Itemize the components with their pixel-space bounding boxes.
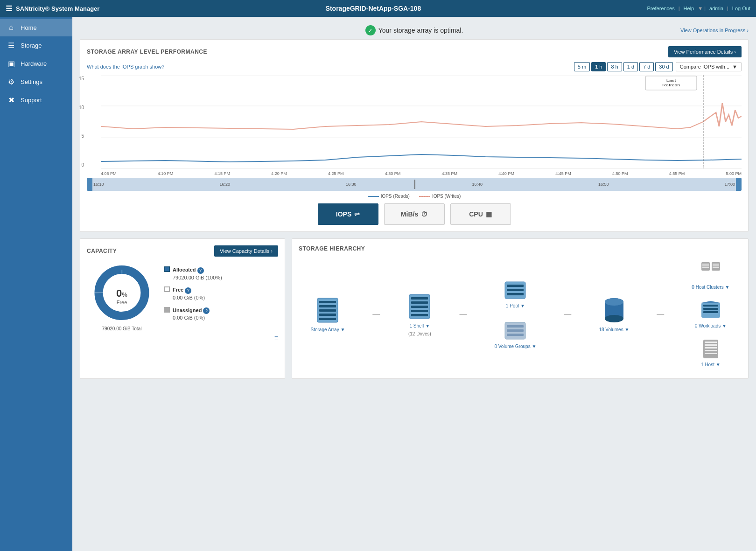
- sidebar-item-hardware[interactable]: ▣ Hardware: [0, 55, 72, 73]
- hierarchy-title: STORAGE HIERARCHY: [299, 245, 365, 252]
- svg-rect-52: [705, 347, 717, 349]
- capacity-unassigned: Unassigned ? 0.00 GiB (0%): [164, 307, 278, 322]
- time-1h-button[interactable]: 1 h: [591, 62, 606, 71]
- timeline-needle: [414, 180, 415, 189]
- time-7d-button[interactable]: 7 d: [639, 62, 654, 71]
- settings-icon: ⚙: [7, 77, 16, 86]
- sidebar-label-hardware: Hardware: [21, 60, 47, 67]
- svg-marker-48: [701, 301, 720, 303]
- compare-iops-select[interactable]: Compare IOPS with... ▼: [676, 62, 742, 71]
- bottom-section: CAPACITY View Capacity Details ›: [80, 238, 749, 385]
- view-capacity-details-button[interactable]: View Capacity Details ›: [214, 245, 278, 257]
- sidebar-item-settings[interactable]: ⚙ Settings: [0, 73, 72, 91]
- iops-label: IOPS: [336, 210, 351, 218]
- mibs-label: MiB/s: [401, 210, 418, 218]
- host-label[interactable]: 1 Host ▼: [701, 362, 721, 367]
- performance-header: STORAGE ARRAY LEVEL PERFORMANCE View Per…: [87, 46, 742, 57]
- brand-area: ☰ SANtricity® System Manager: [6, 4, 99, 13]
- time-1d-button[interactable]: 1 d: [623, 62, 638, 71]
- view-performance-details-button[interactable]: View Performance Details ›: [668, 46, 742, 57]
- svg-rect-43: [713, 267, 719, 268]
- iops-icon: ⇌: [354, 210, 360, 218]
- storage-array-node: Storage Array ▼: [311, 296, 345, 332]
- volume-groups-node: 0 Volume Groups ▼: [494, 321, 536, 349]
- storage-array-label[interactable]: Storage Array ▼: [311, 327, 345, 332]
- svg-rect-20: [411, 301, 428, 304]
- timeline-handle-right[interactable]: [736, 178, 742, 191]
- storage-array-icon: [315, 296, 340, 324]
- capacity-legend: Allocated ? 79020.00 GiB (100%) Free ? 0…: [164, 266, 278, 327]
- host-clusters-icon: [700, 261, 721, 282]
- help-link[interactable]: Help: [684, 6, 694, 11]
- y-axis: 15 10 5 0: [73, 75, 86, 168]
- svg-rect-22: [411, 310, 428, 312]
- time-buttons: 5 m 1 h 8 h 1 d 7 d 30 d: [574, 62, 673, 71]
- storage-icon: ☰: [7, 41, 16, 50]
- view-operations-link[interactable]: View Operations in Progress ›: [680, 28, 749, 33]
- svg-rect-19: [411, 297, 428, 300]
- pool-label[interactable]: 1 Pool ▼: [506, 303, 525, 308]
- capacity-pct-free: 0%: [116, 287, 127, 300]
- performance-title: STORAGE ARRAY LEVEL PERFORMANCE: [87, 49, 207, 55]
- volumes-label[interactable]: 18 Volumes ▼: [599, 327, 629, 332]
- time-30d-button[interactable]: 30 d: [655, 62, 672, 71]
- legend-writes-label: IOPS (Writes): [432, 194, 461, 199]
- preferences-link[interactable]: Preferences: [647, 6, 674, 11]
- sidebar-label-support: Support: [21, 97, 42, 104]
- chart-area: 15 10 5 0: [87, 75, 742, 168]
- nav-actions: Preferences | Help ▼ | admin | Log Out: [647, 6, 750, 11]
- logout-link[interactable]: Log Out: [732, 6, 750, 11]
- free-help-icon[interactable]: ?: [185, 287, 191, 294]
- iops-metric-button[interactable]: IOPS ⇌: [318, 203, 378, 225]
- shelf-label[interactable]: 1 Shelf ▼: [409, 323, 430, 328]
- mibs-metric-button[interactable]: MiB/s ⏱: [384, 203, 445, 225]
- svg-rect-54: [705, 353, 717, 354]
- unassigned-swatch: [164, 307, 170, 313]
- free-swatch: [164, 286, 170, 292]
- allocated-help-icon[interactable]: ?: [197, 267, 204, 274]
- hierarchy-inner: Storage Array ▼ — 1 Shelf ▼: [299, 257, 742, 372]
- page-title: StorageGRID-NetApp-SGA-108: [326, 5, 421, 12]
- sidebar-item-support[interactable]: ✖ Support: [0, 91, 72, 109]
- sidebar: ⌂ Home ☰ Storage ▣ Hardware ⚙ Settings ✖…: [0, 17, 72, 551]
- chart-legend: IOPS (Reads) IOPS (Writes): [87, 194, 742, 199]
- volume-groups-icon: [503, 321, 527, 341]
- svg-point-34: [605, 315, 623, 322]
- legend-read-line: [368, 196, 379, 197]
- arrow4: —: [657, 310, 664, 319]
- capacity-list-icon[interactable]: ≡: [274, 334, 278, 342]
- capacity-donut: 0% Free 79020.00 GiB Total: [87, 261, 157, 331]
- shelf-node: 1 Shelf ▼ (12 Drives): [407, 293, 432, 336]
- brand-name: SANtricity® System Manager: [16, 5, 99, 12]
- svg-rect-39: [702, 267, 709, 268]
- timeline-bar[interactable]: 16:10 16:20 16:30 16:40 16:50 17:00: [87, 178, 742, 191]
- sidebar-item-home[interactable]: ⌂ Home: [0, 19, 72, 36]
- svg-rect-27: [507, 293, 524, 295]
- capacity-allocated: Allocated ? 79020.00 GiB (100%): [164, 266, 278, 281]
- svg-rect-41: [713, 264, 719, 265]
- cpu-metric-button[interactable]: CPU ▦: [450, 203, 511, 225]
- volume-groups-label[interactable]: 0 Volume Groups ▼: [494, 344, 536, 349]
- unassigned-help-icon[interactable]: ?: [203, 307, 210, 314]
- svg-rect-53: [705, 350, 717, 351]
- host-clusters-label[interactable]: 0 Host Clusters ▼: [692, 285, 729, 290]
- capacity-free: Free ? 0.00 GiB (0%): [164, 286, 278, 301]
- legend-writes: IOPS (Writes): [419, 194, 461, 199]
- iops-graph-info-link[interactable]: What does the IOPS graph show?: [87, 64, 164, 70]
- volumes-node: 18 Volumes ▼: [599, 296, 629, 332]
- workloads-label[interactable]: 0 Workloads ▼: [695, 323, 727, 328]
- sidebar-item-storage[interactable]: ☰ Storage: [0, 36, 72, 55]
- performance-panel: STORAGE ARRAY LEVEL PERFORMANCE View Per…: [80, 39, 749, 232]
- hardware-icon: ▣: [7, 59, 16, 68]
- svg-text:Refresh: Refresh: [662, 83, 680, 87]
- admin-link[interactable]: admin: [709, 6, 723, 11]
- allocated-swatch: [164, 266, 170, 272]
- time-8h-button[interactable]: 8 h: [607, 62, 622, 71]
- hamburger-icon[interactable]: ☰: [6, 4, 12, 13]
- svg-rect-17: [319, 318, 336, 320]
- timeline-handle-left[interactable]: [87, 178, 92, 191]
- mibs-icon: ⏱: [421, 210, 427, 218]
- svg-rect-25: [507, 285, 524, 287]
- time-5m-button[interactable]: 5 m: [574, 62, 590, 71]
- host-node: 1 Host ▼: [701, 339, 721, 367]
